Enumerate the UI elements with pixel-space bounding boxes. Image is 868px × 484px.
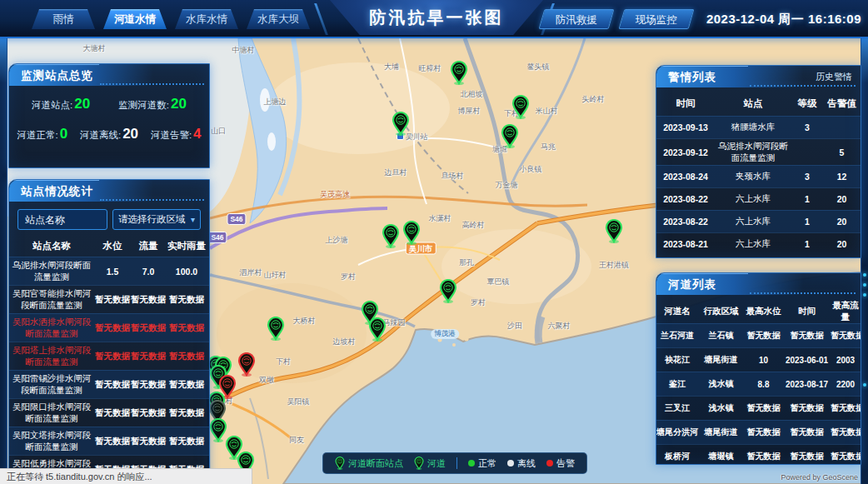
table-row[interactable]: 吴阳限口排水闸河段断面流量监测暂无数据暂无数据暂无数据	[9, 398, 209, 427]
tab-水库大坝[interactable]: 水库大坝	[247, 9, 310, 29]
tab-水库水情[interactable]: 水库水情	[175, 9, 238, 29]
river-cell: 塘尾分洪河	[656, 427, 698, 438]
table-row[interactable]: 吴阳文塔排水闸河段断面流量监测暂无数据暂无数据暂无数据	[9, 427, 209, 455]
table-row[interactable]: 乌泥排水闸河段断面流量监测1.57.0100.0	[9, 257, 209, 285]
tab-河道水情[interactable]: 河道水情	[103, 9, 167, 29]
alert-level: 1	[791, 194, 823, 204]
river-table-body[interactable]: 兰石河道兰石镇暂无数据暂无数据暂无数据袂花江塘尾街道102023-06-0120…	[656, 323, 861, 465]
top-button-防汛救援[interactable]: 防汛救援	[538, 9, 614, 29]
legend-label: 河道断面站点	[348, 457, 403, 470]
right-frame-scrollbar[interactable]	[861, 38, 868, 484]
tab-雨情[interactable]: 雨情	[32, 9, 95, 29]
river-cell: 三叉江	[656, 402, 698, 414]
table-row[interactable]: 吴阳水洒排水闸河段断面流量监测暂无数据暂无数据暂无数据	[9, 313, 209, 342]
road-badge-S46: S46	[207, 232, 227, 243]
table-row[interactable]: 袂花江塘尾街道102023-06-012003	[656, 347, 861, 372]
water-level: 暂无数据	[94, 379, 131, 391]
table-row[interactable]: 吴阳官哥能排水闸河段断面流量监测暂无数据暂无数据暂无数据	[9, 285, 209, 313]
table-row[interactable]: 塘尾分洪河塘尾街道暂无数据暂无数据暂无数据	[656, 420, 861, 444]
station-name-input[interactable]	[17, 209, 107, 230]
alert-table-header: 时间站点等级告警值	[656, 91, 861, 116]
scroll-glow-dot	[863, 383, 866, 387]
map-place-label: 马兆	[541, 142, 556, 152]
table-row[interactable]: 三叉江浅水镇暂无数据暂无数据暂无数据	[656, 396, 861, 420]
panel-river-list: 河道列表 河道名行政区域最高水位时间最高流量 兰石河道兰石镇暂无数据暂无数据暂无…	[656, 272, 861, 465]
river-cell: 暂无数据	[783, 330, 831, 342]
column-header: 河道名	[656, 306, 698, 317]
river-cell: 暂无数据	[783, 451, 831, 462]
map-marker-normal[interactable]	[511, 95, 530, 119]
panel-header: 警情列表 历史警情	[656, 66, 861, 87]
history-alerts-link[interactable]: 历史警情	[816, 66, 852, 87]
active-tab-indicator	[131, 2, 139, 7]
table-row[interactable]: 2023-08-22六上水库120	[656, 210, 861, 232]
alert-table-body[interactable]: 2023-09-13猪腰塘水库32023-09-12乌泥排水闸河段断面流量监测5…	[656, 116, 861, 255]
table-row[interactable]: 2023-08-22六上水库120	[656, 187, 861, 210]
stats-row-1: 河道站点:20监测河道数:20	[9, 96, 209, 112]
table-row[interactable]: 板桥河塘㙍镇暂无数据暂无数据暂无数据	[656, 444, 861, 465]
column-header: 告警值	[823, 97, 861, 110]
top-buttons: 防汛救援现场监控	[541, 9, 691, 29]
alert-level: 3	[791, 122, 823, 132]
table-row[interactable]: 2023-09-13猪腰塘水库3	[656, 116, 861, 138]
alert-value: 12	[823, 172, 861, 182]
stat-item: 监测河道数:20	[118, 96, 187, 112]
map-marker-normal[interactable]	[392, 112, 410, 136]
map-place-label: 小良镇	[520, 164, 542, 175]
map-marker-normal[interactable]	[501, 124, 519, 148]
map-marker-normal[interactable]	[605, 219, 623, 243]
map-place-label: 边旦村	[385, 167, 407, 178]
map-marker-normal[interactable]	[450, 61, 468, 85]
river-cell: 浅水镇	[698, 402, 744, 414]
map-marker-normal[interactable]	[402, 221, 421, 245]
rainfall: 100.0	[166, 267, 207, 277]
map-place-label: 吴茂高速	[320, 189, 350, 200]
table-row[interactable]: 2023-08-21六上水库120	[656, 232, 861, 255]
column-header: 水位	[94, 240, 131, 252]
table-row[interactable]: 兰石河道兰石镇暂无数据暂无数据暂无数据	[656, 323, 861, 347]
map-marker-alarm[interactable]	[237, 352, 256, 377]
map-marker-normal[interactable]	[368, 317, 387, 342]
table-row[interactable]: 2023-08-24夹颈水库312	[656, 165, 861, 187]
panel-alert-list: 警情列表 历史警情 时间站点等级告警值 2023-09-13猪腰塘水库32023…	[656, 65, 861, 258]
river-table-header: 河道名行政区域最高水位时间最高流量	[656, 300, 861, 323]
map-place-label: 下村	[276, 357, 291, 367]
column-header: 最高流量	[831, 300, 861, 323]
map-marker-normal[interactable]	[439, 279, 457, 303]
alert-time: 2023-08-22	[656, 194, 715, 204]
river-cell: 兰石镇	[698, 330, 744, 342]
region-select[interactable]: 请选择行政区域 ▾	[112, 209, 201, 230]
table-row[interactable]: 鉴江浅水镇8.82023-08-172200	[656, 372, 861, 396]
table-row[interactable]: 2023-09-12乌泥排水闸河段断面流量监测5	[656, 138, 861, 165]
map-place-label: 双墩	[259, 375, 274, 386]
station-name: 吴阳水洒排水闸河段断面流量监测	[9, 315, 94, 340]
station-name: 吴阳文塔排水闸河段断面流量监测	[9, 428, 94, 453]
river-cell: 暂无数据	[744, 330, 783, 342]
status-dot	[468, 460, 475, 467]
dashboard: 大塘村中塘村大埔旺樟村鳌头镇头岭村北相坡博屋村下村米山村山口上塘边吴川站塘堀马兆…	[0, 0, 868, 484]
map-place-label: 泗岸村	[240, 267, 262, 278]
page-title: 防汛抗旱一张图	[370, 7, 504, 29]
scroll-glow-dot	[863, 293, 866, 297]
station-name: 吴阳塔上排水闸河段断面流量监测	[9, 343, 94, 368]
table-row[interactable]: 吴阳雷锡沙排水闸河段断面流量监测暂无数据暂无数据暂无数据	[9, 370, 209, 398]
panel-station-stats: 站点情况统计 请选择行政区域 ▾ 站点名称水位流量实时雨量 乌泥排水闸河段断面流…	[8, 179, 210, 479]
top-button-现场监控[interactable]: 现场监控	[618, 9, 694, 29]
map-place-label: 那孔	[459, 257, 474, 268]
map-marker-normal[interactable]	[267, 317, 285, 341]
station-table-body[interactable]: 乌泥排水闸河段断面流量监测1.57.0100.0吴阳官哥能排水闸河段断面流量监测…	[9, 257, 209, 479]
table-row[interactable]: 吴阳塔上排水闸河段断面流量监测暂无数据暂无数据暂无数据	[9, 342, 209, 370]
alert-value: 20	[823, 194, 861, 204]
column-header: 流量	[131, 240, 166, 252]
map-place-label: 高岭村	[462, 220, 485, 231]
map-marker-normal[interactable]	[382, 224, 400, 248]
stat-item: 河道站点:20	[32, 96, 90, 112]
water-level: 暂无数据	[94, 407, 131, 419]
map-place-label: 覃巴镇	[487, 277, 510, 287]
rainfall: 暂无数据	[166, 351, 207, 362]
flow: 暂无数据	[131, 436, 166, 447]
map-place-label: 万金塘	[496, 180, 518, 191]
river-cell: 暂无数据	[783, 427, 831, 438]
map-place-label: 山口	[211, 126, 226, 137]
water-level: 1.5	[94, 267, 131, 277]
